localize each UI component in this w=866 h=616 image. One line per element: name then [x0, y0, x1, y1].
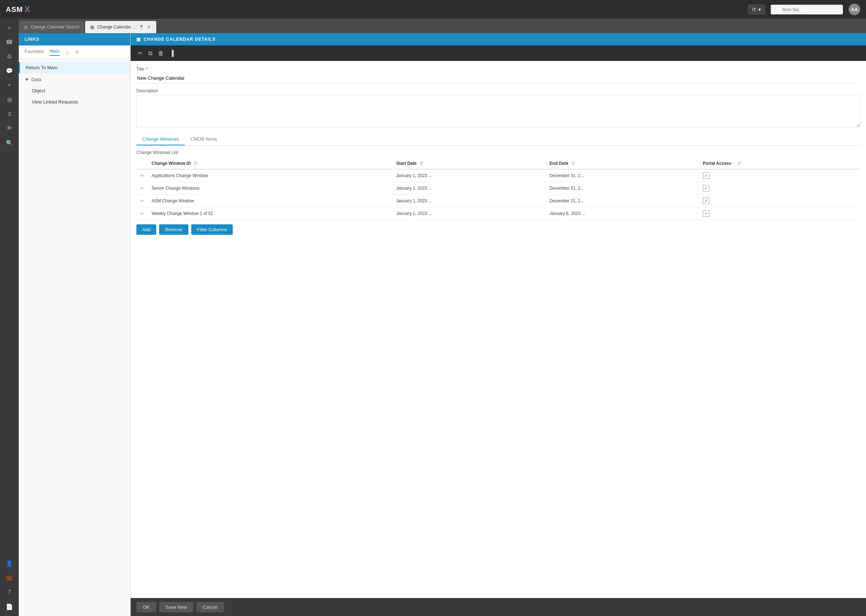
edit-cell-1[interactable]: ✏	[136, 169, 148, 182]
sidebar-icon-briefcase[interactable]: 💼	[3, 571, 16, 584]
title-input[interactable]	[136, 73, 860, 83]
tab-change-calendar-detail[interactable]: ▦ Change Calendar ... 📍 ✕	[85, 21, 156, 33]
portal-access-checkbox-4[interactable]: ✓	[703, 210, 709, 217]
links-header: LINKS	[19, 33, 130, 46]
tab-label-1: Change Calendar Search	[31, 25, 79, 30]
pin-tool-button[interactable]: ✂	[136, 48, 144, 58]
links-home-icon[interactable]: ⌂	[66, 49, 69, 55]
end-date-cell-3: December 31, 2...	[546, 195, 699, 207]
section-label: Data	[31, 77, 41, 82]
sidebar-icon-search[interactable]: 🔍	[3, 136, 16, 149]
links-tab-bar: Favorites Main ⌂ ✳	[19, 46, 130, 59]
links-panel: LINKS Favorites Main ⌂ ✳ Return To Main …	[19, 33, 131, 616]
change-window-id-cell-4: Weekly Change Window 1 of 52	[148, 207, 393, 220]
expand-sidebar-button[interactable]: »	[5, 22, 14, 34]
title-required-marker: *	[146, 67, 148, 72]
logo-asm-text: ASM	[6, 5, 23, 14]
title-label: Title *	[136, 67, 860, 72]
portal-access-cell-2: ✓	[699, 182, 860, 195]
main-layout: LINKS Favorites Main ⌂ ✳ Return To Main …	[19, 33, 866, 616]
table-row: ✏ ASM Change Window January 1, 2023 ... …	[136, 195, 860, 207]
end-date-cell-1: December 31, 2...	[546, 169, 699, 182]
tenant-label: IT	[752, 7, 756, 12]
portal-access-checkbox-3[interactable]: ✓	[703, 198, 709, 204]
filter-columns-button[interactable]: Filter Columns	[191, 224, 233, 235]
remove-button[interactable]: Remove	[159, 224, 188, 235]
change-window-id-cell-3: ASM Change Window	[148, 195, 393, 207]
links-tab-favorites[interactable]: Favorites	[25, 49, 44, 55]
portal-access-cell-3: ✓	[699, 195, 860, 207]
change-windows-table: Change Window ID ▽ Start Date ▽	[136, 158, 860, 220]
section-expand-icon: ▼	[25, 77, 29, 82]
tenant-selector[interactable]: IT ▾	[748, 5, 765, 14]
avatar[interactable]: AA	[849, 4, 860, 15]
change-window-id-cell-1: Applications Change Window	[148, 169, 393, 182]
details-body: Title * Description Change Windows CMDB …	[131, 61, 866, 598]
sidebar-icon-filter[interactable]: ⧖	[3, 107, 16, 121]
end-date-cell-4: January 8, 2023 ...	[546, 207, 699, 220]
start-date-cell-3: January 1, 2023 ...	[393, 195, 546, 207]
logo-x-text: X	[24, 4, 30, 14]
title-form-group: Title *	[136, 67, 860, 83]
portal-access-checkbox-2[interactable]: ✓	[703, 185, 709, 192]
table-row: ✏ Server Change Windows January 1, 2023 …	[136, 182, 860, 195]
tab-pin-icon[interactable]: 📍	[139, 25, 144, 30]
copy-tool-button[interactable]: ⧉	[147, 49, 154, 58]
sidebar-icon-phone[interactable]: ☎	[3, 35, 16, 48]
sidebar-icon-gear[interactable]: ⚙	[3, 50, 16, 63]
table-row: ✏ Weekly Change Window 1 of 52 January 1…	[136, 207, 860, 220]
sidebar-icon-grid[interactable]: ⊞	[3, 93, 16, 106]
save-new-button[interactable]: Save New	[159, 602, 194, 612]
links-tab-main[interactable]: Main	[49, 48, 60, 56]
links-item-return-to-main[interactable]: Return To Main	[19, 62, 130, 73]
details-header-title: CHANGE CALENDAR DETAILS	[143, 37, 216, 42]
sidebar-icon-person-search[interactable]: 👤	[3, 557, 16, 570]
add-button[interactable]: Add	[136, 224, 156, 235]
sidebar-icon-bar: » ☎ ⚙ 💬 + ⊞ ⧖ 👁 🔍 👤 💼 ? 📄	[0, 19, 19, 616]
table-row: ✏ Applications Change Window January 1, …	[136, 169, 860, 182]
col-edit	[136, 158, 148, 169]
table-action-buttons: Add Remove Filter Columns	[136, 224, 860, 235]
edit-cell-2[interactable]: ✏	[136, 182, 148, 195]
filter-portal-access-icon[interactable]: ▽	[738, 161, 741, 166]
links-asterisk-icon[interactable]: ✳	[75, 49, 79, 55]
tab-change-calendar-search[interactable]: ▦ Change Calendar Search	[19, 21, 84, 33]
ok-button[interactable]: OK	[136, 602, 156, 612]
sort-portal-access-icon[interactable]: ↑	[733, 161, 735, 165]
filter-end-date-icon[interactable]: ▽	[571, 161, 575, 166]
sidebar-icon-plus[interactable]: +	[3, 79, 16, 92]
delete-tool-button[interactable]: 🗑	[157, 49, 165, 58]
links-section-data[interactable]: ▼ Data	[19, 74, 130, 85]
edit-cell-3[interactable]: ✏	[136, 195, 148, 207]
filter-start-date-icon[interactable]: ▽	[420, 161, 423, 166]
start-date-cell-1: January 1, 2023 ...	[393, 169, 546, 182]
filter-change-window-id-icon[interactable]: ▽	[194, 161, 197, 166]
edit-cell-4[interactable]: ✏	[136, 207, 148, 220]
sidebar-icon-help[interactable]: ?	[3, 586, 16, 599]
sidebar-icon-chat[interactable]: 💬	[3, 64, 16, 77]
inner-tab-change-windows[interactable]: Change Windows	[136, 134, 185, 145]
links-sub-item-view-linked-requests[interactable]: View Linked Requests	[19, 96, 130, 107]
portal-access-cell-1: ✓	[699, 169, 860, 182]
footer-bar: OK Save New Cancel	[131, 598, 866, 616]
details-panel: ▦ CHANGE CALENDAR DETAILS ✂ ⧉ 🗑 ▐ Title …	[131, 33, 866, 616]
tab-icon-1: ▦	[24, 25, 28, 30]
table-label: Change Windows List	[136, 150, 860, 155]
sidebar-icon-eye[interactable]: 👁	[3, 122, 16, 135]
inner-tab-bar: Change Windows CMDB Items	[136, 134, 860, 146]
change-window-id-cell-2: Server Change Windows	[148, 182, 393, 195]
details-header: ▦ CHANGE CALENDAR DETAILS	[131, 33, 866, 46]
chart-tool-button[interactable]: ▐	[168, 49, 175, 58]
inner-tab-cmdb-items[interactable]: CMDB Items	[185, 134, 223, 145]
details-header-icon: ▦	[136, 37, 141, 42]
start-date-cell-4: January 1, 2023 ...	[393, 207, 546, 220]
description-textarea[interactable]	[136, 95, 860, 127]
portal-access-checkbox-1[interactable]: ✓	[703, 172, 709, 179]
links-sub-item-object[interactable]: Object	[19, 85, 130, 96]
description-form-group: Description	[136, 88, 860, 128]
cancel-button[interactable]: Cancel	[196, 602, 224, 612]
tab-close-button[interactable]: ✕	[147, 24, 151, 30]
links-content: Return To Main ▼ Data Object View Linked…	[19, 59, 130, 110]
sidebar-icon-document[interactable]: 📄	[3, 600, 16, 613]
global-search-input[interactable]	[771, 5, 843, 14]
